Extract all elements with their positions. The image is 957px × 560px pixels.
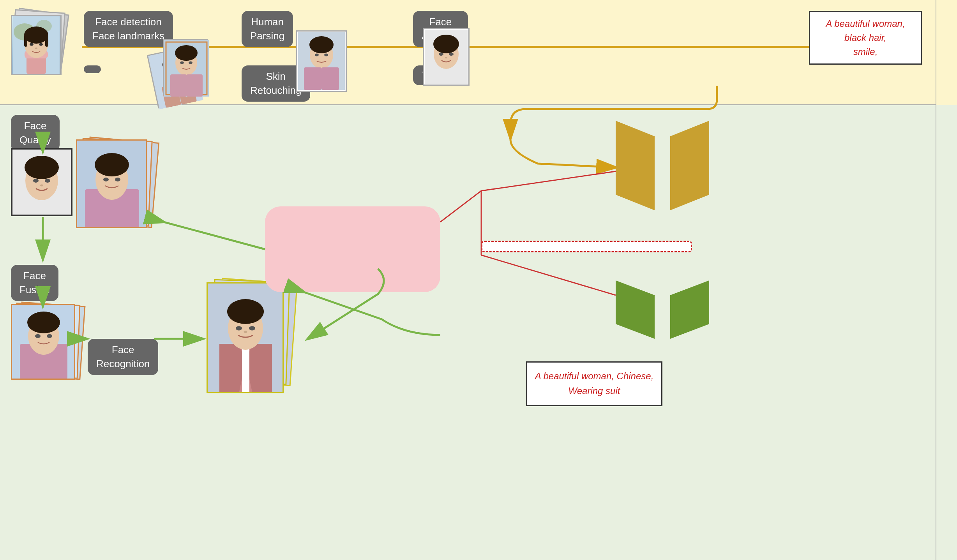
svg-point-64 — [103, 178, 109, 181]
sd-out-front — [76, 139, 147, 228]
generated-photos-stack — [207, 280, 300, 397]
svg-point-57 — [236, 326, 242, 331]
svg-point-63 — [95, 153, 129, 176]
svg-rect-7 — [24, 35, 27, 47]
svg-point-23 — [180, 62, 184, 64]
svg-point-49 — [47, 334, 52, 338]
input-photo-stack — [11, 11, 69, 77]
svg-point-42 — [45, 179, 50, 183]
badge-rotating — [84, 65, 101, 73]
face-quality-photo — [11, 148, 72, 216]
svg-point-9 — [30, 43, 34, 46]
svg-point-27 — [309, 36, 334, 53]
svg-rect-8 — [45, 35, 48, 47]
sd-output-photos-stack — [76, 139, 162, 233]
badge-face-quality: Face Quality — [11, 115, 60, 151]
svg-point-24 — [189, 62, 192, 64]
svg-point-41 — [33, 179, 39, 183]
svg-point-35 — [439, 53, 443, 56]
aligned-photo — [163, 39, 208, 95]
svg-rect-28 — [321, 67, 339, 90]
svg-point-11 — [35, 48, 37, 49]
svg-rect-22 — [170, 74, 187, 97]
input-prompts-box: A beautiful woman, Chinese,Wearing suit — [526, 361, 662, 406]
ranked-photo-front — [11, 304, 75, 380]
merge-lora-box — [481, 241, 692, 252]
svg-rect-54 — [242, 344, 249, 393]
inference-label — [936, 105, 957, 560]
refined-tags-container: A beautiful woman,black hair,smile, — [809, 9, 922, 65]
badge-face-recognition: Face Recognition — [88, 339, 158, 375]
svg-point-43 — [40, 185, 43, 187]
svg-point-10 — [39, 43, 43, 46]
refined-tags-box: A beautiful woman,black hair,smile, — [809, 11, 922, 65]
svg-point-6 — [24, 26, 48, 44]
face-photo-parsed — [423, 28, 470, 86]
svg-point-31 — [324, 54, 328, 56]
svg-point-65 — [115, 178, 120, 181]
svg-rect-29 — [304, 67, 321, 90]
badge-human-parsing: Human Parsing — [242, 11, 293, 47]
svg-point-37 — [445, 57, 447, 58]
badge-face-fusion: Face Fusion — [11, 265, 58, 301]
input-prompts-container: A beautiful woman, Chinese,Wearing suit — [526, 358, 662, 406]
svg-point-34 — [433, 35, 459, 53]
svg-point-58 — [249, 326, 255, 331]
training-label — [936, 0, 957, 105]
svg-point-47 — [27, 312, 60, 333]
svg-point-30 — [315, 54, 319, 56]
badge-face-detection: Face detection Face landmarks — [84, 11, 173, 47]
input-images-container — [11, 11, 83, 93]
svg-point-36 — [449, 53, 454, 56]
svg-point-56 — [227, 299, 264, 324]
photo-front — [11, 15, 62, 75]
gen-photo-front — [207, 282, 284, 393]
face-illustration-training — [13, 16, 60, 74]
sd-model-box — [265, 206, 440, 292]
svg-point-59 — [244, 331, 247, 333]
svg-rect-21 — [186, 74, 203, 97]
svg-point-20 — [175, 45, 198, 61]
skin-retouching-photo — [296, 30, 347, 92]
svg-point-40 — [25, 156, 59, 179]
ranked-photos-stack — [11, 304, 89, 386]
svg-point-48 — [35, 334, 41, 338]
